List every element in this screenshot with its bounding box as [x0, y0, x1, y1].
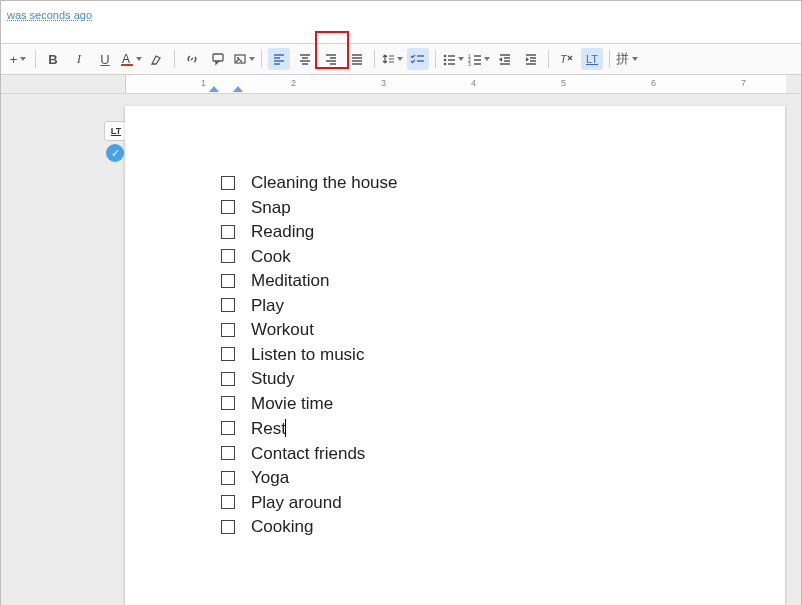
list-item[interactable]: Movie time [221, 395, 785, 412]
list-item[interactable]: Play around [221, 494, 785, 511]
comment-icon [211, 52, 225, 66]
checkbox-icon[interactable] [221, 347, 235, 361]
list-item-label[interactable]: Reading [251, 223, 314, 240]
svg-text:A: A [122, 52, 130, 66]
language-tool-badge[interactable]: LT ✓ [104, 121, 126, 162]
align-center-button[interactable] [294, 48, 316, 70]
list-item-label[interactable]: Cook [251, 248, 291, 265]
list-item[interactable]: Play [221, 297, 785, 314]
checkbox-icon[interactable] [221, 249, 235, 263]
align-center-icon [298, 52, 312, 66]
checkbox-icon[interactable] [221, 495, 235, 509]
increase-indent-button[interactable] [520, 48, 542, 70]
insert-image-button[interactable] [233, 48, 255, 70]
list-item-label[interactable]: Contact friends [251, 445, 365, 462]
decrease-indent-icon [498, 52, 512, 66]
checklist[interactable]: Cleaning the houseSnapReadingCookMeditat… [221, 174, 785, 535]
list-item[interactable]: Workout [221, 321, 785, 338]
check-icon: ✓ [106, 144, 124, 162]
toolbar-separator [174, 50, 175, 68]
highlight-color-button[interactable] [146, 48, 168, 70]
highlighter-icon [150, 52, 164, 66]
list-item[interactable]: Study [221, 370, 785, 387]
align-justify-button[interactable] [346, 48, 368, 70]
input-method-button[interactable]: 拼 [616, 48, 638, 70]
list-item-label[interactable]: Snap [251, 199, 291, 216]
list-item-label[interactable]: Workout [251, 321, 314, 338]
list-item[interactable]: Contact friends [221, 445, 785, 462]
checkbox-icon[interactable] [221, 274, 235, 288]
horizontal-ruler[interactable]: 1 2 3 4 5 6 7 [1, 75, 801, 94]
clear-formatting-icon: T [559, 52, 573, 66]
numbered-list-icon: 123 [468, 52, 481, 66]
svg-text:T: T [560, 53, 568, 65]
list-item[interactable]: Snap [221, 199, 785, 216]
checkbox-icon[interactable] [221, 446, 235, 460]
list-item[interactable]: Yoga [221, 469, 785, 486]
decrease-indent-button[interactable] [494, 48, 516, 70]
bold-button[interactable]: B [42, 48, 64, 70]
checkbox-icon[interactable] [221, 520, 235, 534]
list-item-label[interactable]: Listen to music [251, 346, 364, 363]
line-spacing-icon [381, 52, 394, 66]
ruler-tick: 7 [741, 78, 746, 88]
list-item-label[interactable]: Cooking [251, 518, 313, 535]
list-item[interactable]: Meditation [221, 272, 785, 289]
italic-button[interactable]: I [68, 48, 90, 70]
checkbox-icon[interactable] [221, 372, 235, 386]
character-formatting-button[interactable]: LT [581, 48, 603, 70]
list-item-label[interactable]: Meditation [251, 272, 329, 289]
svg-point-7 [444, 63, 447, 66]
bulleted-list-icon [442, 52, 455, 66]
checkbox-icon[interactable] [221, 396, 235, 410]
checkbox-icon[interactable] [221, 421, 235, 435]
checkbox-icon[interactable] [221, 471, 235, 485]
list-item[interactable]: Cleaning the house [221, 174, 785, 191]
align-right-icon [324, 52, 338, 66]
increase-indent-icon [524, 52, 538, 66]
underline-button[interactable]: U [94, 48, 116, 70]
list-item-label[interactable]: Movie time [251, 395, 333, 412]
svg-rect-1 [121, 64, 133, 66]
list-item-label[interactable]: Study [251, 370, 294, 387]
toolbar-separator [261, 50, 262, 68]
character-formatting-icon: LT [584, 52, 600, 66]
checkbox-icon[interactable] [221, 323, 235, 337]
text-color-button[interactable]: A [120, 48, 142, 70]
list-item[interactable]: Cook [221, 248, 785, 265]
list-item-label[interactable]: Yoga [251, 469, 289, 486]
list-item-label[interactable]: Play around [251, 494, 342, 511]
toolbar-separator [35, 50, 36, 68]
ruler-tick: 1 [201, 78, 206, 88]
insert-link-button[interactable] [181, 48, 203, 70]
list-item-label[interactable]: Rest [251, 420, 286, 437]
toolbar-separator [374, 50, 375, 68]
insert-comment-button[interactable] [207, 48, 229, 70]
toolbar-separator [435, 50, 436, 68]
checkbox-icon[interactable] [221, 298, 235, 312]
checklist-button[interactable] [407, 48, 429, 70]
svg-text:3: 3 [468, 61, 471, 66]
list-item[interactable]: Rest [221, 419, 785, 437]
list-item[interactable]: Reading [221, 223, 785, 240]
list-item-label[interactable]: Cleaning the house [251, 174, 398, 191]
last-edit-status[interactable]: was seconds ago [1, 1, 801, 43]
checkbox-icon[interactable] [221, 200, 235, 214]
checkbox-icon[interactable] [221, 225, 235, 239]
toolbar-separator [548, 50, 549, 68]
ruler-tick: 2 [291, 78, 296, 88]
list-item[interactable]: Listen to music [221, 346, 785, 363]
line-spacing-button[interactable] [381, 48, 403, 70]
list-item[interactable]: Cooking [221, 518, 785, 535]
document-page[interactable]: Cleaning the houseSnapReadingCookMeditat… [125, 106, 785, 605]
numbered-list-button[interactable]: 123 [468, 48, 490, 70]
clear-formatting-button[interactable]: T [555, 48, 577, 70]
list-item-label[interactable]: Play [251, 297, 284, 314]
align-left-button[interactable] [268, 48, 290, 70]
insert-button[interactable]: + [7, 48, 29, 70]
align-justify-icon [350, 52, 364, 66]
align-right-button[interactable] [320, 48, 342, 70]
checkbox-icon[interactable] [221, 176, 235, 190]
text-color-icon: A [120, 52, 133, 66]
bulleted-list-button[interactable] [442, 48, 464, 70]
